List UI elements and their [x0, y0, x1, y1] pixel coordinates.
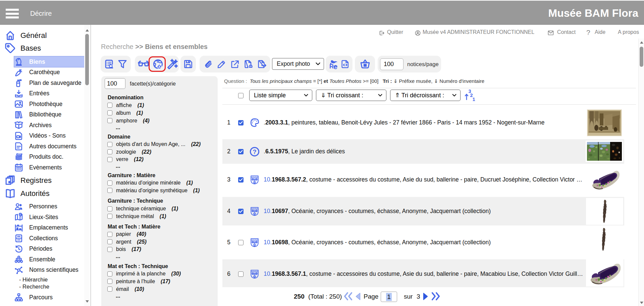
svg-text:?: ?: [253, 149, 256, 155]
svg-text:1: 1: [473, 97, 475, 102]
svg-text:R: R: [329, 63, 334, 70]
